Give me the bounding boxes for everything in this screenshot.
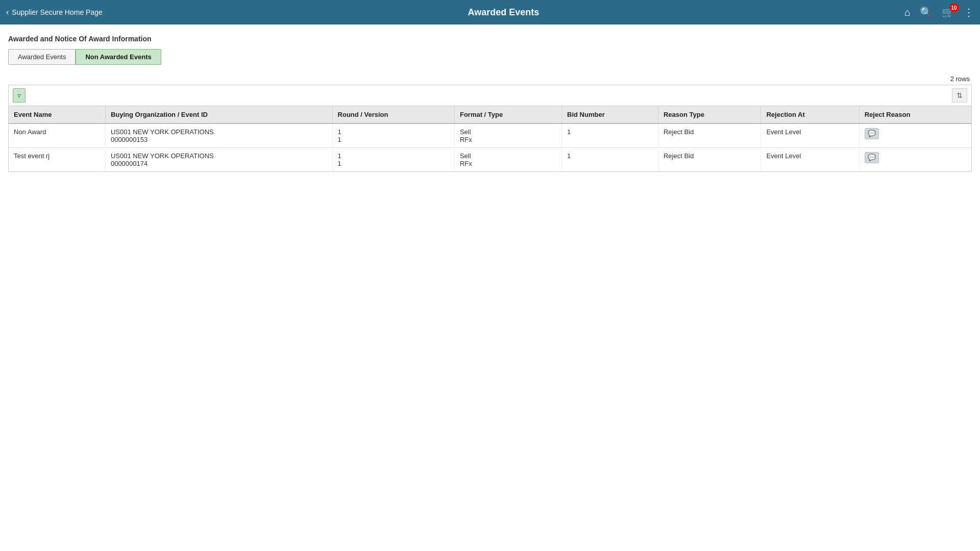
- table-header-row: Event Name Buying Organization / Event I…: [9, 106, 971, 123]
- col-format-type: Format / Type: [454, 106, 561, 123]
- table-toolbar: ▿ ⇅: [9, 85, 971, 106]
- cell-round-version: 11: [332, 123, 454, 148]
- page-title: Awarded Events: [103, 7, 904, 18]
- col-reject-reason: Reject Reason: [859, 106, 971, 123]
- cell-round-version: 11: [332, 148, 454, 172]
- table-row: Test event rj US001 NEW YORK OPERATIONS0…: [9, 148, 971, 172]
- cell-format-type: SellRFx: [454, 123, 561, 148]
- row-count: 2 rows: [8, 75, 972, 83]
- back-nav[interactable]: ‹ Supplier Secure Home Page: [6, 8, 103, 17]
- back-arrow-icon: ‹: [6, 8, 9, 17]
- menu-icon[interactable]: ⋮: [964, 6, 974, 18]
- cell-rejection-at: Event Level: [761, 148, 859, 172]
- tab-awarded-events[interactable]: Awarded Events: [8, 49, 76, 65]
- cell-format-type: SellRFx: [454, 148, 561, 172]
- tab-non-awarded-events[interactable]: Non Awarded Events: [76, 49, 161, 65]
- search-icon[interactable]: 🔍: [920, 6, 933, 18]
- col-rejection-at: Rejection At: [761, 106, 859, 123]
- section-title: Awarded and Notice Of Award Information: [8, 35, 972, 43]
- cell-reject-reason: 💬: [859, 148, 971, 172]
- cell-reason-type: Reject Bid: [658, 123, 761, 148]
- cell-event-name: Non Award: [9, 123, 105, 148]
- cell-bid-number: 1: [562, 123, 658, 148]
- home-icon[interactable]: ⌂: [904, 7, 911, 18]
- col-event-name: Event Name: [9, 106, 105, 123]
- header-icons: ⌂ 🔍 🛒 10 ⋮: [904, 6, 974, 18]
- table-area: ▿ ⇅ Event Name Buying Organization / Eve…: [8, 85, 972, 172]
- comment-icon[interactable]: 💬: [865, 152, 879, 163]
- col-bid-number: Bid Number: [562, 106, 658, 123]
- cell-buying-org: US001 NEW YORK OPERATIONS0000000174: [105, 148, 332, 172]
- main-content: Awarded and Notice Of Award Information …: [0, 24, 980, 182]
- sort-button[interactable]: ⇅: [952, 88, 967, 103]
- col-reason-type: Reason Type: [658, 106, 761, 123]
- cart-icon[interactable]: 🛒 10: [942, 6, 954, 18]
- events-table: Event Name Buying Organization / Event I…: [9, 106, 971, 171]
- cell-reason-type: Reject Bid: [658, 148, 761, 172]
- back-label: Supplier Secure Home Page: [12, 8, 102, 16]
- tabs-container: Awarded Events Non Awarded Events: [8, 49, 972, 65]
- filter-button[interactable]: ▿: [13, 88, 26, 103]
- cell-rejection-at: Event Level: [761, 123, 859, 148]
- cart-badge: 10: [949, 3, 959, 12]
- cell-event-name: Test event rj: [9, 148, 105, 172]
- col-buying-org: Buying Organization / Event ID: [105, 106, 332, 123]
- col-round-version: Round / Version: [332, 106, 454, 123]
- cell-buying-org: US001 NEW YORK OPERATIONS0000000153: [105, 123, 332, 148]
- cell-reject-reason: 💬: [859, 123, 971, 148]
- cell-bid-number: 1: [562, 148, 658, 172]
- table-row: Non Award US001 NEW YORK OPERATIONS00000…: [9, 123, 971, 148]
- comment-icon[interactable]: 💬: [865, 128, 879, 139]
- header: ‹ Supplier Secure Home Page Awarded Even…: [0, 0, 980, 24]
